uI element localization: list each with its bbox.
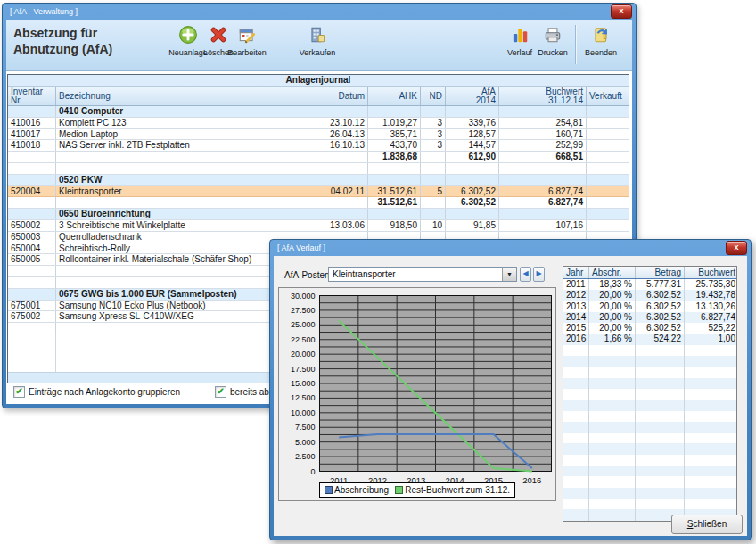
cell-buchwert: 160,71: [499, 129, 587, 140]
col-inventar-nr[interactable]: Inventar Nr.: [8, 87, 56, 105]
desktop: [ AfA - Verwaltung ] x Absetzung für Abn…: [0, 0, 756, 544]
journal-row: 31.512,616.302,526.827,74: [8, 197, 629, 209]
journal-row[interactable]: 520004Kleintransporter04.02.1131.512,615…: [8, 186, 629, 198]
afa-line-chart: 02.5005.0007.50010.00012.50015.00017.500…: [279, 288, 557, 486]
schedule-cell: [636, 466, 685, 476]
cell-bezeichnung: Medion Laptop: [56, 129, 325, 140]
chevron-down-icon[interactable]: ▼: [502, 268, 516, 281]
cell-verkauft: [587, 129, 629, 140]
schedule-cell: 20,00 %: [589, 312, 636, 323]
journal-header-row: Inventar Nr. Bezeichnung Datum AHK ND Af…: [8, 87, 629, 106]
cell-bezeichnung: 3 Schreibtische mit Winkelplatte: [56, 220, 325, 231]
verlauf-close-button[interactable]: x: [726, 241, 747, 255]
schedule-cell: 6.302,52: [636, 301, 685, 312]
schedule-cell: 2015: [563, 323, 589, 334]
schedule-col-abschr[interactable]: Abschr.: [589, 267, 636, 278]
schedule-cell: 6.302,52: [636, 323, 685, 334]
col-ahk[interactable]: AHK: [368, 87, 421, 105]
cell-verkauft: [587, 118, 629, 128]
verkaufen-button[interactable]: Verkaufen: [294, 23, 341, 68]
schedule-col-betrag[interactable]: Betrag: [636, 267, 685, 278]
schedule-cell: [563, 400, 589, 410]
schedule-cell: [685, 367, 737, 377]
schedule-row[interactable]: 20161,66 %524,221,00: [563, 334, 736, 344]
schedule-cell: [563, 389, 589, 400]
bearbeiten-button[interactable]: Bearbeiten: [224, 23, 270, 68]
group-by-account-checkbox[interactable]: ✔ Einträge nach Anlagekonto gruppieren: [13, 386, 180, 398]
col-bezeichnung[interactable]: Bezeichnung: [56, 87, 325, 105]
schedule-cell: 13.130,26: [685, 301, 737, 312]
journal-row[interactable]: 410017Medion Laptop26.04.13385,713128,57…: [8, 129, 629, 141]
schedule-cell: [563, 378, 589, 389]
schedule-cell: [563, 476, 589, 487]
verlauf-titlebar[interactable]: [ AfA Verlauf ] x: [274, 240, 747, 256]
schedule-row[interactable]: 201420,00 %6.302,526.827,74: [563, 312, 736, 323]
schedule-row: [563, 389, 736, 400]
col-datum[interactable]: Datum: [325, 87, 368, 105]
cell-bezeichnung: Kleintransporter: [56, 186, 325, 197]
cell-inventar: 650004: [8, 243, 56, 254]
schedule-row: [563, 443, 736, 454]
col-verkauft[interactable]: Verkauft: [587, 87, 629, 105]
cell-bezeichnung: 0650 Büroeinrichtung: [56, 209, 325, 219]
cell-bezeichnung: [56, 197, 325, 208]
col-buchwert[interactable]: Buchwert 31.12.14: [499, 87, 587, 105]
verlauf-window-title: [ AfA Verlauf ]: [277, 243, 325, 252]
journal-row[interactable]: 410018NAS Server inkl. 2TB Festplatten16…: [8, 140, 629, 152]
schedule-row[interactable]: 201320,00 %6.302,5213.130,26: [563, 301, 736, 312]
next-posten-button[interactable]: ▶: [533, 267, 545, 282]
beenden-label: Beenden: [578, 48, 624, 57]
cell-inventar: [8, 175, 56, 185]
schedule-cell: [563, 499, 589, 509]
cell-inventar: 675001: [8, 301, 56, 311]
afa-posten-combobox[interactable]: Kleintransporter ▼: [328, 267, 517, 282]
col-nd[interactable]: ND: [421, 87, 446, 105]
cell-inventar: [8, 277, 56, 288]
cell-ahk: [368, 209, 421, 219]
cell-inventar: 650003: [8, 232, 56, 243]
cell-afa: 612,90: [446, 152, 499, 162]
cell-buchwert: 252,99: [499, 140, 587, 151]
legend-label: Rest-Buchwert zum 31.12.: [405, 485, 510, 495]
schedule-cell: [563, 356, 589, 367]
schedule-col-buchwert[interactable]: Buchwert: [685, 267, 737, 278]
svg-text:25.000: 25.000: [291, 320, 316, 329]
beenden-button[interactable]: Beenden: [578, 23, 624, 68]
svg-text:2.500: 2.500: [295, 452, 316, 461]
schedule-cell: [685, 378, 737, 389]
schedule-col-jahr[interactable]: Jahr: [563, 267, 589, 278]
drucken-button[interactable]: Drucken: [530, 23, 576, 68]
schedule-row[interactable]: 201520,00 %6.302,52525,22: [563, 323, 736, 334]
previous-posten-button[interactable]: ◀: [520, 267, 531, 282]
main-titlebar[interactable]: [ AfA - Verwaltung ] x: [6, 4, 632, 20]
svg-text:10.000: 10.000: [291, 408, 316, 417]
schedule-row: [563, 367, 736, 377]
cell-datum: [325, 209, 368, 219]
cell-verkauft: [587, 197, 629, 208]
journal-row[interactable]: 6500023 Schreibtische mit Winkelplatte13…: [8, 220, 629, 232]
schedule-cell: [589, 509, 636, 520]
schedule-row[interactable]: 201118,33 %5.777,3125.735,30: [563, 279, 736, 290]
cell-nd: [421, 163, 446, 174]
schliessen-button[interactable]: Schließen: [671, 515, 743, 534]
cell-ahk: 385,71: [368, 129, 421, 140]
schedule-row[interactable]: 201220,00 %6.302,5219.432,78: [563, 290, 736, 301]
schedule-cell: [589, 345, 636, 356]
main-close-button[interactable]: x: [611, 4, 632, 19]
cell-datum: 13.03.06: [325, 220, 368, 231]
schedule-cell: [589, 488, 636, 499]
journal-group-row: 0650 Büroeinrichtung: [8, 209, 629, 220]
schedule-cell: [589, 411, 636, 422]
afa-verlauf-window: [ AfA Verlauf ] x AfA-Posten: Kleintrans…: [269, 239, 752, 540]
journal-group-row: 0410 Computer: [8, 106, 629, 118]
cell-datum: 04.02.11: [325, 186, 368, 197]
col-afa-2014[interactable]: AfA 2014: [446, 87, 499, 105]
cell-buchwert: 107,16: [499, 220, 587, 231]
schedule-cell: [636, 443, 685, 454]
cell-verkauft: [587, 106, 629, 117]
legend-label: Abschreibung: [334, 485, 389, 495]
schedule-cell: [636, 411, 685, 422]
schedule-cell: [589, 443, 636, 454]
legend-item: Abschreibung: [325, 485, 389, 495]
journal-row[interactable]: 410016Komplett PC 12323.10.121.019,27333…: [8, 118, 629, 129]
